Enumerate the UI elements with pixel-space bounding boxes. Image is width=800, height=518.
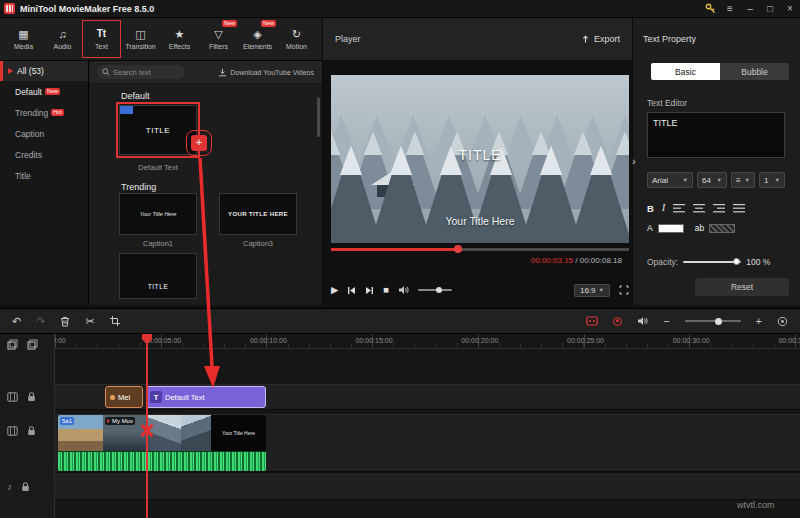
template-caption1[interactable]: Your Title Here: [119, 193, 197, 235]
category-title[interactable]: Title: [0, 165, 88, 186]
highlight-color-swatch[interactable]: [709, 224, 735, 233]
ribbon-elements[interactable]: New ◈ Elements: [238, 20, 277, 58]
panel-collapse-handle[interactable]: ›: [632, 155, 636, 167]
tab-bubble[interactable]: Bubble: [720, 63, 789, 80]
ribbon-effects[interactable]: ★ Effects: [160, 20, 199, 58]
text-editor-input[interactable]: TITLE: [647, 112, 785, 158]
template-caption3[interactable]: YOUR TITLE HERE: [219, 193, 297, 235]
ribbon-filters-label: Filters: [209, 43, 228, 50]
category-trending[interactable]: Trending Hot: [0, 102, 88, 123]
seek-handle[interactable]: [454, 245, 462, 253]
seek-bar[interactable]: [331, 248, 629, 251]
category-credits[interactable]: Credits: [0, 144, 88, 165]
video-thumb-4[interactable]: [181, 415, 211, 451]
opacity-value: 100 %: [746, 257, 770, 267]
mei-clip-label: Mei: [118, 393, 130, 402]
ribbon-media[interactable]: ▦ Media: [4, 20, 43, 58]
menu-icon[interactable]: ≡: [720, 0, 740, 18]
volume-button[interactable]: [398, 285, 409, 295]
record-track-button[interactable]: [586, 316, 598, 326]
spacing-value-dropdown[interactable]: 1▼: [759, 172, 785, 188]
video-thumb-1[interactable]: 5a1: [58, 415, 103, 451]
aspect-ratio-dropdown[interactable]: 16:9 ▼: [574, 284, 610, 297]
text-track-header: [0, 384, 55, 410]
fullscreen-button[interactable]: [619, 285, 629, 295]
line-spacing-dropdown[interactable]: ≡▼: [731, 172, 755, 188]
crop-button[interactable]: [110, 316, 120, 326]
music-track[interactable]: [55, 474, 800, 500]
opacity-handle[interactable]: [733, 258, 740, 265]
category-all[interactable]: All (53): [0, 61, 88, 81]
next-frame-button[interactable]: [365, 286, 374, 295]
undo-button[interactable]: ↶: [12, 316, 21, 327]
justify-button[interactable]: [733, 199, 745, 217]
zoom-handle[interactable]: [715, 318, 722, 325]
license-key-icon[interactable]: [700, 0, 720, 18]
opacity-slider[interactable]: [683, 261, 741, 263]
minimize-button[interactable]: –: [740, 0, 760, 18]
previous-frame-button[interactable]: [347, 286, 356, 295]
manage-track-button[interactable]: [27, 336, 38, 354]
download-youtube-link[interactable]: Download YouTube Videos: [218, 68, 314, 77]
delete-button[interactable]: [60, 316, 70, 327]
title-clip-thumb[interactable]: Your Title Here: [211, 415, 266, 451]
text-track-type-button[interactable]: [7, 388, 18, 406]
ribbon-transition[interactable]: ◫ Transition: [121, 20, 160, 58]
effects-icon: ★: [175, 28, 185, 41]
record-dot-icon[interactable]: [613, 317, 622, 326]
category-caption[interactable]: Caption: [0, 123, 88, 144]
clip-video-group[interactable]: 5a1 My Mov Your Title Here: [58, 415, 266, 471]
export-button[interactable]: Export: [581, 34, 620, 44]
volume-handle[interactable]: [436, 287, 442, 293]
timeline-zoom-slider[interactable]: [685, 320, 741, 322]
text-track-lock-button[interactable]: [27, 388, 36, 406]
ribbon-audio[interactable]: ♫ Audio: [43, 20, 82, 58]
align-center-button[interactable]: [693, 199, 705, 217]
add-track-button[interactable]: [7, 336, 18, 354]
play-button[interactable]: ▶: [331, 285, 338, 295]
maximize-button[interactable]: □: [760, 0, 780, 18]
template-scrollbar[interactable]: [317, 97, 320, 137]
bold-button[interactable]: B: [647, 203, 654, 214]
text-property-panel: › Basic Bubble Text Editor TITLE Arial▼ …: [632, 60, 800, 305]
search-box[interactable]: [97, 65, 185, 79]
category-default[interactable]: Default New: [0, 81, 88, 102]
ribbon-motion[interactable]: ↻ Motion: [277, 20, 316, 58]
music-track-lock-button[interactable]: [21, 478, 30, 496]
close-button[interactable]: ×: [780, 0, 800, 18]
section-trending-heading: Trending: [121, 182, 156, 192]
stop-button[interactable]: ■: [383, 285, 389, 295]
opacity-label: Opacity:: [647, 257, 678, 267]
video-track-lock-button[interactable]: [27, 422, 36, 440]
italic-button[interactable]: I: [662, 203, 665, 213]
zoom-out-button[interactable]: −: [663, 316, 669, 327]
search-input[interactable]: [113, 68, 180, 77]
template-default-text[interactable]: TITLE: [119, 105, 197, 155]
clip-motion-mei[interactable]: Mei: [105, 386, 143, 408]
ribbon-text[interactable]: Tt Text: [82, 20, 121, 58]
fit-timeline-button[interactable]: [777, 316, 788, 327]
font-family-dropdown[interactable]: Arial▼: [647, 172, 693, 188]
font-size-dropdown[interactable]: 64▼: [697, 172, 727, 188]
audio-waveform: [58, 451, 266, 471]
video-track-type-button[interactable]: [7, 422, 18, 440]
tab-basic[interactable]: Basic: [651, 63, 720, 80]
ruler-label: 00:00:15:00: [356, 337, 393, 344]
font-color-swatch[interactable]: [658, 224, 684, 233]
split-button[interactable]: ✂: [85, 316, 94, 327]
add-template-button[interactable]: +: [191, 135, 207, 151]
video-preview[interactable]: TITLE Your Title Here: [331, 75, 629, 243]
ruler-label: 00:00:35:00: [778, 337, 800, 344]
volume-slider[interactable]: [418, 289, 452, 291]
align-right-button[interactable]: [713, 199, 725, 217]
zoom-in-button[interactable]: +: [756, 316, 762, 327]
align-left-button[interactable]: [673, 199, 685, 217]
clip-default-text[interactable]: T Default Text: [146, 386, 266, 408]
timeline-audio-button[interactable]: [637, 316, 648, 326]
timeline-ruler[interactable]: 00:00 00:00:05:00 00:00:10:00 00:00:15:0…: [55, 334, 800, 349]
reset-button[interactable]: Reset: [695, 278, 789, 296]
template-title[interactable]: TITLE: [119, 253, 197, 299]
ribbon-filters[interactable]: New ▽ Filters: [199, 20, 238, 58]
ruler-label: 00:00:20:00: [461, 337, 498, 344]
redo-button[interactable]: ↷: [36, 316, 45, 327]
